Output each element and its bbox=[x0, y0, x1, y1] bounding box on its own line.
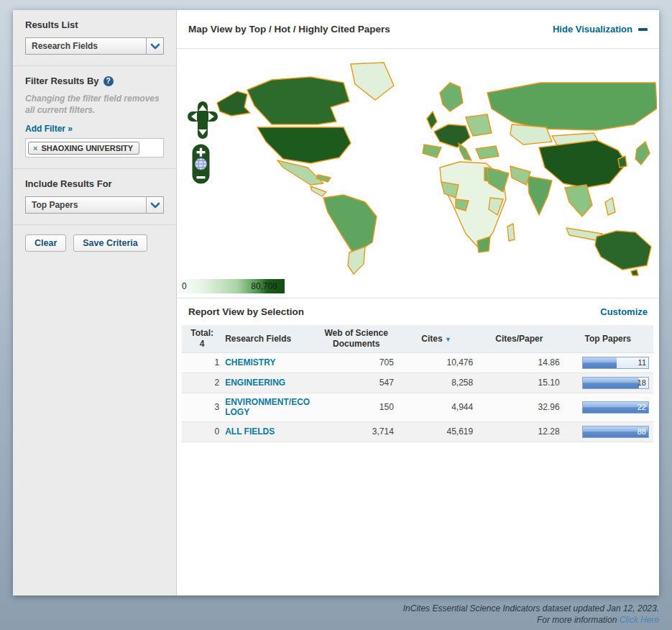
results-list-heading: Results List bbox=[25, 19, 164, 30]
total-header: Total: 4 bbox=[182, 325, 222, 353]
table-row: 3 ENVIRONMENT/ECOLOGY 150 4,944 32.96 22 bbox=[182, 393, 653, 422]
cites-cell: 10,476 bbox=[397, 353, 476, 373]
include-results-dropdown[interactable]: Top Papers bbox=[25, 196, 164, 214]
docs-cell: 705 bbox=[316, 353, 397, 373]
bar-fill bbox=[583, 378, 639, 388]
rank-cell: 1 bbox=[182, 353, 222, 373]
cites-per-paper-cell: 12.28 bbox=[476, 421, 562, 442]
filter-box: × SHAOXING UNIVERSITY bbox=[25, 138, 164, 158]
filter-section: Filter Results By ? Changing the filter … bbox=[13, 66, 176, 169]
chevron-down-icon[interactable] bbox=[146, 38, 163, 54]
top-papers-bar: 11 bbox=[582, 357, 649, 369]
legend-max-label: 80,708 bbox=[251, 279, 277, 293]
filter-heading: Filter Results By bbox=[25, 76, 99, 86]
docs-cell: 3,714 bbox=[316, 421, 397, 442]
include-results-heading: Include Results For bbox=[25, 178, 164, 189]
globe-icon bbox=[195, 158, 207, 170]
cites-per-paper-cell: 14.86 bbox=[476, 353, 562, 373]
customize-link[interactable]: Customize bbox=[600, 306, 648, 317]
include-results-dropdown-value: Top Papers bbox=[26, 197, 146, 213]
help-icon[interactable]: ? bbox=[103, 76, 114, 86]
main-panel: Map View by Top / Hot / Highly Cited Pap… bbox=[177, 10, 659, 595]
add-filter-link[interactable]: Add Filter » bbox=[25, 124, 73, 134]
report-table: Total: 4 Research Fields Web of Science … bbox=[182, 325, 653, 442]
bar-fill bbox=[583, 357, 617, 368]
rank-cell: 0 bbox=[182, 421, 222, 442]
rank-cell: 3 bbox=[182, 393, 222, 422]
cites-cell: 45,619 bbox=[397, 421, 476, 442]
collapse-icon bbox=[638, 28, 648, 31]
top-papers-value: 88 bbox=[638, 426, 646, 437]
report-table-header-row: Total: 4 Research Fields Web of Science … bbox=[182, 325, 653, 353]
sort-desc-icon: ▼ bbox=[445, 336, 451, 343]
research-field-link[interactable]: CHEMISTRY bbox=[225, 357, 275, 368]
hide-visualization-link[interactable]: Hide Visualization bbox=[553, 24, 648, 35]
cites-per-paper-cell: 32.96 bbox=[476, 393, 562, 422]
world-map[interactable] bbox=[203, 61, 657, 277]
column-cites-sorted[interactable]: Cites ▼ bbox=[397, 325, 476, 353]
filter-note: Changing the filter field removes all cu… bbox=[25, 93, 164, 116]
rank-cell: 2 bbox=[182, 373, 222, 393]
report-view-title: Report View by Selection bbox=[188, 306, 304, 317]
cites-cell: 4,944 bbox=[397, 393, 476, 422]
top-papers-bar: 18 bbox=[582, 377, 649, 389]
include-results-section: Include Results For Top Papers bbox=[13, 169, 176, 225]
top-papers-value: 11 bbox=[638, 357, 646, 368]
docs-cell: 150 bbox=[316, 393, 397, 422]
map-area: 0 80,708 bbox=[177, 49, 659, 298]
filter-tag-label: SHAOXING UNIVERSITY bbox=[41, 144, 133, 152]
map-legend: 0 80,708 bbox=[178, 279, 285, 293]
top-papers-cell: 88 bbox=[563, 421, 653, 442]
footer: InCites Essential Science Indicators dat… bbox=[403, 603, 659, 626]
top-papers-cell: 18 bbox=[563, 373, 653, 393]
sidebar: Results List Research Fields Filter Resu… bbox=[13, 10, 177, 595]
column-wos-documents[interactable]: Web of Science Documents bbox=[316, 325, 397, 353]
zoom-out-icon bbox=[197, 176, 206, 178]
field-cell: ENVIRONMENT/ECOLOGY bbox=[222, 393, 316, 422]
docs-cell: 547 bbox=[316, 373, 397, 393]
field-cell: CHEMISTRY bbox=[222, 353, 316, 373]
column-research-fields[interactable]: Research Fields bbox=[222, 325, 316, 353]
footer-dataset-note: InCites Essential Science Indicators dat… bbox=[403, 603, 659, 614]
field-cell: ENGINEERING bbox=[222, 373, 316, 393]
map-view-title: Map View by Top / Hot / Highly Cited Pap… bbox=[188, 24, 390, 35]
save-criteria-button[interactable]: Save Criteria bbox=[73, 234, 147, 252]
top-papers-value: 22 bbox=[638, 402, 646, 413]
table-row: 1 CHEMISTRY 705 10,476 14.86 11 bbox=[182, 353, 653, 373]
top-papers-cell: 11 bbox=[563, 353, 653, 373]
map-view-header: Map View by Top / Hot / Highly Cited Pap… bbox=[177, 10, 659, 49]
report-rows: 1 CHEMISTRY 705 10,476 14.86 11 2 ENGINE… bbox=[182, 353, 653, 442]
column-cites-per-paper[interactable]: Cites/Paper bbox=[476, 325, 562, 353]
report-table-wrap: Total: 4 Research Fields Web of Science … bbox=[177, 325, 659, 442]
filter-tag[interactable]: × SHAOXING UNIVERSITY bbox=[28, 142, 139, 155]
top-papers-bar: 22 bbox=[582, 401, 649, 414]
table-row: 0 ALL FIELDS 3,714 45,619 12.28 88 bbox=[182, 421, 653, 442]
top-papers-bar: 88 bbox=[582, 426, 649, 438]
research-field-link[interactable]: ALL FIELDS bbox=[225, 426, 275, 437]
cites-per-paper-cell: 15.10 bbox=[476, 373, 562, 393]
remove-filter-icon[interactable]: × bbox=[33, 144, 37, 152]
clear-button[interactable]: Clear bbox=[25, 234, 66, 252]
top-papers-cell: 22 bbox=[563, 393, 653, 422]
research-field-link[interactable]: ENVIRONMENT/ECOLOGY bbox=[225, 397, 313, 418]
map-zoom-control[interactable] bbox=[192, 144, 210, 184]
results-list-dropdown[interactable]: Research Fields bbox=[25, 37, 164, 55]
results-list-section: Results List Research Fields bbox=[13, 10, 176, 66]
sidebar-actions: Clear Save Criteria bbox=[13, 225, 176, 261]
field-cell: ALL FIELDS bbox=[222, 421, 316, 442]
chevron-down-icon[interactable] bbox=[146, 197, 163, 213]
results-list-dropdown-value: Research Fields bbox=[26, 38, 146, 54]
click-here-link[interactable]: Click Here bbox=[620, 615, 659, 625]
total-count: 4 bbox=[185, 339, 219, 350]
cites-cell: 8,258 bbox=[397, 373, 476, 393]
top-papers-value: 18 bbox=[638, 378, 646, 388]
app-window: Results List Research Fields Filter Resu… bbox=[13, 10, 659, 595]
table-row: 2 ENGINEERING 547 8,258 15.10 18 bbox=[182, 373, 653, 393]
report-view-header: Report View by Selection Customize bbox=[177, 298, 659, 325]
map-pan-control[interactable] bbox=[188, 101, 218, 140]
column-top-papers[interactable]: Top Papers bbox=[563, 325, 653, 353]
research-field-link[interactable]: ENGINEERING bbox=[225, 378, 285, 388]
footer-more-info-text: For more information bbox=[537, 615, 617, 625]
legend-min-label: 0 bbox=[182, 279, 187, 293]
